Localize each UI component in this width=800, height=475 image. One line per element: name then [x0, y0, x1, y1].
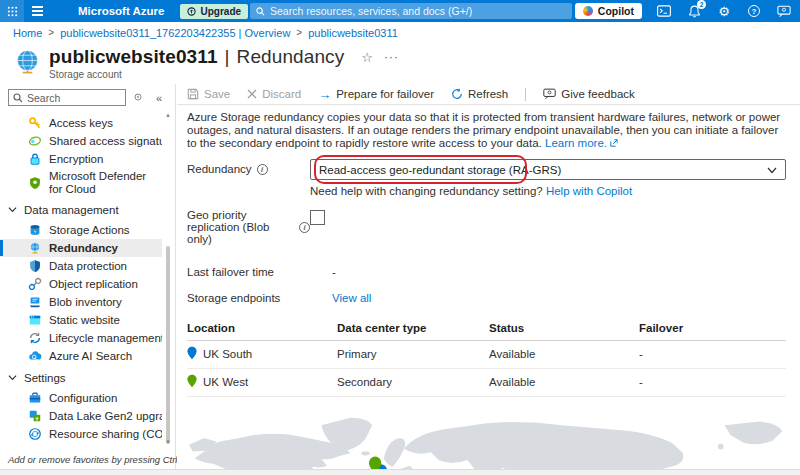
- feedback-icon: [543, 88, 556, 100]
- top-bar: Microsoft Azure Upgrade Copilot 2 ⚙ ?: [0, 0, 800, 22]
- scrollbar-thumb[interactable]: [166, 246, 170, 444]
- brand-title[interactable]: Microsoft Azure: [78, 5, 164, 17]
- main-content: Save Discard → Prepare for failover Refr…: [177, 84, 800, 469]
- column-header-status: Status: [489, 318, 639, 341]
- column-header-failover: Failover: [639, 318, 786, 341]
- global-search-input[interactable]: [270, 5, 566, 17]
- save-button[interactable]: Save: [187, 88, 230, 100]
- save-icon: [187, 88, 199, 100]
- sidebar-item-storage-actions[interactable]: Storage Actions: [0, 221, 162, 239]
- notifications-bell-icon[interactable]: 2: [686, 3, 702, 19]
- search-icon: [256, 7, 265, 16]
- scroll-up-icon[interactable]: ▲: [164, 112, 172, 118]
- sidebar-item-static-website[interactable]: Static website: [0, 311, 162, 329]
- sidebar-group-settings[interactable]: Settings: [0, 365, 162, 389]
- breadcrumb-link-home[interactable]: Home: [13, 27, 42, 39]
- favorites-hint: Add or remove favorites by pressing Ctrl…: [0, 449, 174, 469]
- hamburger-menu-icon[interactable]: [24, 0, 50, 22]
- sidebar-item-resource-sharing-cors[interactable]: Resource sharing (CORS): [0, 425, 162, 443]
- sidebar-item-azure-ai-search[interactable]: Azure AI Search: [0, 347, 162, 365]
- scroll-down-icon[interactable]: ▼: [164, 439, 172, 445]
- table-row-uk-south: UK SouthPrimaryAvailable-: [187, 341, 786, 369]
- location-pin-icon: [187, 346, 197, 362]
- column-header-location: Location: [187, 318, 337, 341]
- page-title: publicwebsite0311: [49, 46, 218, 68]
- menu-search[interactable]: [8, 89, 126, 106]
- lock-icon: [28, 152, 42, 166]
- sidebar-item-data-protection[interactable]: Data protection: [0, 257, 162, 275]
- help-icon[interactable]: ?: [746, 3, 762, 19]
- command-bar: Save Discard → Prepare for failover Refr…: [177, 84, 800, 105]
- chevron-down-icon: [8, 372, 17, 384]
- chevron-down-icon: [767, 167, 777, 174]
- datalake-icon: [28, 409, 42, 423]
- endpoints-table: LocationData center typeStatusFailover U…: [187, 318, 786, 397]
- sidebar-scrollbar[interactable]: ▲ ▼: [164, 112, 172, 445]
- cors-icon: [28, 427, 42, 441]
- horizontal-scrollbar[interactable]: [0, 469, 800, 475]
- waffle-menu-icon[interactable]: [0, 0, 24, 22]
- resource-menu: « Access keysShared access signatureEncr…: [0, 84, 176, 469]
- sidebar-item-encryption[interactable]: Encryption: [0, 150, 162, 168]
- config-icon: [28, 391, 42, 405]
- view-all-link[interactable]: View all: [332, 292, 371, 304]
- page-header: publicwebsite0311 | Redundancy ☆ ··· Sto…: [0, 43, 800, 84]
- shield-icon: [28, 259, 42, 273]
- copilot-icon: [583, 6, 593, 16]
- storage-endpoints-row: Storage endpoints View all: [187, 292, 786, 304]
- toolbar-divider: [525, 88, 526, 101]
- sidebar-item-blob-inventory[interactable]: Blob inventory: [0, 293, 162, 311]
- favorite-star-icon[interactable]: ☆: [361, 50, 373, 65]
- menu-options-icon[interactable]: [134, 92, 142, 103]
- collapse-menu-icon[interactable]: «: [156, 92, 162, 104]
- copilot-help-line: Need help with changing redundancy setti…: [310, 185, 786, 197]
- external-link-icon: [610, 139, 618, 147]
- more-options-icon[interactable]: ···: [384, 50, 399, 64]
- feedback-icon[interactable]: [776, 3, 792, 19]
- give-feedback-button[interactable]: Give feedback: [543, 88, 635, 100]
- learn-more-link[interactable]: Learn more.: [545, 137, 607, 149]
- info-icon[interactable]: i: [257, 164, 268, 175]
- help-with-copilot-link[interactable]: Help with Copilot: [546, 185, 632, 197]
- inventory-icon: [28, 295, 42, 309]
- last-failover-label: Last failover time: [187, 266, 332, 278]
- upgrade-button[interactable]: Upgrade: [180, 4, 248, 19]
- replication-icon: [28, 277, 42, 291]
- info-icon[interactable]: i: [299, 222, 310, 233]
- resource-type-label: Storage account: [49, 69, 399, 80]
- breadcrumb-separator: >: [48, 27, 54, 38]
- website-icon: [28, 313, 42, 327]
- sidebar-item-object-replication[interactable]: Object replication: [0, 275, 162, 293]
- breadcrumb-link-publicwebsite0311[interactable]: publicwebsite0311: [308, 27, 398, 39]
- settings-gear-icon[interactable]: ⚙: [716, 3, 732, 19]
- redundancy-select[interactable]: Read-access geo-redundant storage (RA-GR…: [310, 159, 786, 180]
- chevron-down-icon: [8, 204, 17, 216]
- sidebar-group-data-management[interactable]: Data management: [0, 197, 162, 221]
- table-body: UK SouthPrimaryAvailable-UK WestSecondar…: [187, 341, 786, 397]
- breadcrumb-separator: >: [296, 27, 302, 38]
- sas-icon: [28, 134, 42, 148]
- sidebar-item-access-keys[interactable]: Access keys: [0, 114, 162, 132]
- global-search[interactable]: [250, 3, 572, 19]
- copilot-button[interactable]: Copilot: [575, 3, 642, 19]
- notification-badge: 2: [697, 0, 706, 9]
- prepare-failover-button[interactable]: → Prepare for failover: [318, 88, 434, 101]
- menu-search-input[interactable]: [27, 92, 119, 104]
- sidebar-item-microsoft-defender-for-cloud[interactable]: Microsoft Defender for Cloud: [0, 168, 162, 197]
- sidebar-item-redundancy[interactable]: Redundancy: [0, 239, 162, 257]
- refresh-button[interactable]: Refresh: [451, 88, 508, 100]
- aisearch-icon: [28, 349, 42, 363]
- discard-button[interactable]: Discard: [247, 88, 301, 100]
- breadcrumb-link-publicwebsite0311-1762203422355-overview[interactable]: publicwebsite0311_1762203422355 | Overvi…: [60, 27, 290, 39]
- page-section: Redundancy: [237, 46, 345, 68]
- cloud-shell-icon[interactable]: [656, 3, 672, 19]
- sidebar-item-configuration[interactable]: Configuration: [0, 389, 162, 407]
- sidebar-item-shared-access-signature[interactable]: Shared access signature: [0, 132, 162, 150]
- sidebar-item-data-lake-gen2-upgrade[interactable]: Data Lake Gen2 upgrade: [0, 407, 162, 425]
- sidebar-item-lifecycle-management[interactable]: Lifecycle management: [0, 329, 162, 347]
- geo-replication-label: Geo priority replication (Blob only): [187, 209, 294, 245]
- geo-replication-checkbox[interactable]: [310, 210, 325, 225]
- last-failover-value: -: [332, 266, 336, 278]
- lifecycle-icon: [28, 331, 42, 345]
- world-map: [187, 408, 786, 475]
